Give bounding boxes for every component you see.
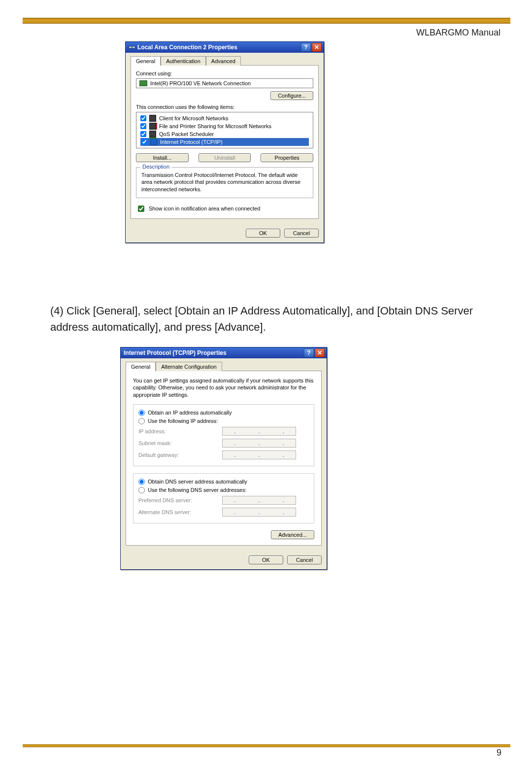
description-legend: Description — [140, 164, 171, 170]
list-item: Client for Microsoft Networks — [140, 114, 309, 122]
item-checkbox[interactable] — [140, 115, 146, 121]
default-gateway-label: Default gateway: — [138, 452, 217, 458]
properties-button[interactable]: Properties — [261, 153, 313, 162]
tcpip-properties-dialog: Internet Protocol (TCP/IP) Properties ? … — [120, 347, 327, 570]
radio-use-dns-label: Use the following DNS server addresses: — [148, 487, 247, 493]
page-number: 9 — [497, 748, 501, 758]
uninstall-button: Uninstall — [199, 153, 251, 162]
description-group: Description Transmission Control Protoco… — [136, 167, 313, 198]
subnet-mask-label: Subnet mask: — [138, 440, 217, 446]
client-icon — [149, 115, 156, 122]
help-button[interactable]: ? — [301, 43, 311, 52]
ip-address-field: ... — [222, 427, 296, 436]
default-gateway-field: ... — [222, 451, 296, 459]
svg-rect-0 — [129, 46, 132, 48]
item-label: QoS Packet Scheduler — [159, 131, 214, 137]
preferred-dns-field: ... — [222, 496, 296, 505]
description-text: Transmission Control Protocol/Internet P… — [141, 172, 308, 193]
preferred-dns-label: Preferred DNS server: — [138, 497, 217, 503]
show-icon-checkbox[interactable] — [138, 206, 144, 212]
item-checkbox[interactable] — [141, 139, 147, 145]
radio-auto-dns-label: Obtain DNS server address automatically — [148, 479, 247, 485]
adapter-field: Intel(R) PRO/100 VE Network Connection — [136, 78, 313, 88]
tab-authentication[interactable]: Authentication — [161, 56, 206, 66]
help-button[interactable]: ? — [304, 348, 314, 357]
radio-use-ip-label: Use the following IP address: — [148, 418, 218, 424]
configure-button[interactable]: Configure... — [270, 91, 313, 100]
tcpip-icon — [150, 139, 157, 145]
cancel-button[interactable]: Cancel — [284, 229, 319, 238]
item-label: File and Printer Sharing for Microsoft N… — [159, 123, 271, 129]
item-checkbox[interactable] — [140, 131, 146, 137]
radio-auto-dns[interactable] — [138, 479, 145, 485]
install-button[interactable]: Install... — [136, 153, 189, 162]
svg-rect-1 — [133, 46, 135, 48]
ip-address-label: IP address: — [138, 428, 217, 434]
close-button[interactable]: ✕ — [315, 348, 325, 357]
show-icon-label: Show icon in notification area when conn… — [149, 206, 260, 211]
network-icon — [129, 44, 135, 51]
advanced-button[interactable]: Advanced... — [271, 530, 314, 539]
item-checkbox[interactable] — [140, 123, 146, 129]
titlebar: Internet Protocol (TCP/IP) Properties ? … — [121, 347, 327, 358]
radio-auto-ip[interactable] — [138, 410, 145, 416]
connection-properties-dialog: Local Area Connection 2 Properties ? ✕ G… — [125, 41, 324, 243]
items-label: This connection uses the following items… — [136, 104, 313, 110]
dialog2-title: Internet Protocol (TCP/IP) Properties — [124, 349, 227, 356]
tab-general[interactable]: General — [126, 362, 156, 371]
tab-alternate[interactable]: Alternate Configuration — [156, 362, 222, 371]
radio-use-ip[interactable] — [138, 418, 145, 424]
adapter-name: Intel(R) PRO/100 VE Network Connection — [150, 80, 251, 86]
tabs: General Authentication Advanced — [131, 56, 319, 65]
radio-auto-ip-label: Obtain an IP address automatically — [148, 410, 232, 416]
item-label: Client for Microsoft Networks — [159, 115, 229, 121]
list-item: QoS Packet Scheduler — [140, 130, 309, 138]
tab-advanced[interactable]: Advanced — [206, 56, 241, 66]
manual-title: WLBARGMO Manual — [416, 28, 500, 38]
instruction-text: (4) Click [General], select [Obtain an I… — [50, 303, 491, 335]
tab-general[interactable]: General — [131, 56, 161, 66]
cancel-button[interactable]: Cancel — [287, 555, 322, 564]
intro-text: You can get IP settings assigned automat… — [133, 377, 314, 398]
dialog1-title: Local Area Connection 2 Properties — [137, 44, 237, 51]
close-button[interactable]: ✕ — [312, 43, 322, 52]
qos-icon — [149, 131, 156, 138]
list-item: File and Printer Sharing for Microsoft N… — [140, 122, 309, 130]
alternate-dns-field: ... — [222, 508, 296, 517]
connect-using-label: Connect using: — [136, 70, 313, 76]
top-gold-bar — [23, 18, 510, 24]
bottom-gold-bar — [23, 744, 510, 747]
list-item-selected: Internet Protocol (TCP/IP) — [140, 138, 309, 146]
ok-button[interactable]: OK — [249, 555, 283, 564]
titlebar: Local Area Connection 2 Properties ? ✕ — [126, 42, 324, 53]
item-label: Internet Protocol (TCP/IP) — [160, 139, 223, 145]
items-list: Client for Microsoft Networks File and P… — [136, 112, 313, 148]
share-icon — [149, 123, 156, 130]
nic-icon — [139, 80, 147, 86]
ok-button[interactable]: OK — [246, 229, 280, 238]
subnet-mask-field: ... — [222, 439, 296, 448]
radio-use-dns[interactable] — [138, 487, 145, 493]
alternate-dns-label: Alternate DNS server: — [138, 509, 217, 515]
